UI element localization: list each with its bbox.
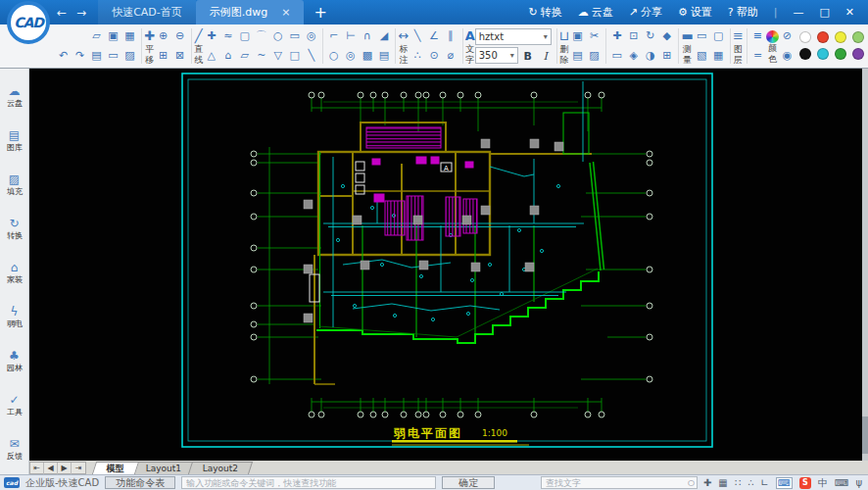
ime-panel-icon[interactable]: ⌨ xyxy=(776,477,793,489)
convert-button[interactable]: ↻ 转换 xyxy=(529,5,562,20)
array-icon[interactable]: ⊞ xyxy=(658,46,675,66)
circle-icon[interactable]: ○ xyxy=(269,26,286,46)
zoom-extents-icon[interactable]: ⊠ xyxy=(171,46,188,66)
text-tool[interactable]: A 文字 xyxy=(465,25,475,67)
osnap-icon[interactable]: ∴ xyxy=(747,477,753,488)
language-icon[interactable]: 中 xyxy=(818,476,828,490)
snap-icon[interactable]: ✚ xyxy=(703,477,711,488)
help-button[interactable]: ? 帮助 xyxy=(728,5,758,20)
sidebar-item-weak-current[interactable]: ϟ 弱电 xyxy=(0,295,29,339)
export-pdf-icon[interactable]: ▭ xyxy=(105,46,121,66)
forward-icon[interactable]: → xyxy=(76,6,86,20)
block-icon[interactable]: ◆ xyxy=(658,26,675,46)
dimension-tool[interactable]: ↔ 标注 xyxy=(399,25,410,67)
wipe-icon[interactable]: ▭ xyxy=(608,46,625,66)
cloud-button[interactable]: ☁ 云盘 xyxy=(578,5,613,20)
measure-table-icon[interactable]: ▦ xyxy=(710,46,727,66)
next-tab-icon[interactable]: ▶ xyxy=(58,463,72,474)
open-file-icon[interactable]: ▱ xyxy=(88,26,105,46)
paste-icon[interactable]: ▤ xyxy=(569,46,586,66)
swatch-green[interactable] xyxy=(835,48,846,60)
dim-aligned-icon[interactable]: ╲ xyxy=(410,26,426,46)
minimize-button[interactable]: — xyxy=(793,6,803,19)
swatch-white[interactable] xyxy=(799,31,811,43)
redo-icon[interactable]: ↷ xyxy=(72,46,88,66)
sogou-ime-icon[interactable]: S xyxy=(799,477,811,489)
swatch-purple[interactable] xyxy=(852,48,864,60)
app-logo[interactable]: CAD xyxy=(7,1,50,44)
grid-icon[interactable]: ▦ xyxy=(718,477,727,488)
pan-tool[interactable]: ✚ 平移 xyxy=(144,25,155,67)
ellipse-icon[interactable]: ◎ xyxy=(303,26,319,46)
swatch-yellow[interactable] xyxy=(835,31,846,43)
undo-icon[interactable]: ↶ xyxy=(55,46,72,66)
rounded-rect-icon[interactable]: ▢ xyxy=(236,26,253,46)
export-image-icon[interactable]: ▨ xyxy=(121,46,138,66)
italic-button[interactable]: I xyxy=(538,47,554,64)
last-tab-icon[interactable]: ⇥ xyxy=(72,463,85,474)
zoom-window-icon[interactable]: ⊞ xyxy=(155,46,171,66)
tab-layout1[interactable]: Layout1 xyxy=(131,462,197,474)
mirror-icon[interactable]: ◑ xyxy=(642,46,658,66)
save-as-icon[interactable]: ▦ xyxy=(121,26,138,46)
swatch-lightgreen[interactable] xyxy=(852,31,864,43)
sidebar-item-feedback[interactable]: ✉ 反馈 xyxy=(0,427,29,471)
zoom-in-icon[interactable]: ⊕ xyxy=(155,26,171,46)
parallelogram-icon[interactable]: ▱ xyxy=(236,46,253,66)
circle2-icon[interactable]: ○ xyxy=(325,46,342,66)
sidebar-item-fill[interactable]: ▨ 填充 xyxy=(0,163,29,207)
save-icon[interactable]: ▣ xyxy=(105,26,121,46)
trim-icon[interactable]: ⌐ xyxy=(325,26,342,46)
sidebar-item-garden[interactable]: ♣ 园林 xyxy=(0,339,29,383)
dot-grid-icon[interactable]: ∷ xyxy=(735,477,741,488)
tab-drawing[interactable]: 示例图.dwg × xyxy=(196,0,305,24)
hatch-icon[interactable]: ▩ xyxy=(359,46,375,66)
match-color-icon[interactable]: ◉ xyxy=(779,46,796,66)
settings-button[interactable]: ⚙ 设置 xyxy=(678,5,712,20)
back-icon[interactable]: ← xyxy=(57,6,67,20)
dim-diameter-icon[interactable]: ⌀ xyxy=(443,46,459,66)
scrollbar-thumb[interactable] xyxy=(862,416,868,454)
align-icon[interactable]: ◈ xyxy=(625,46,642,66)
scale-icon[interactable]: ⊡ xyxy=(625,26,642,46)
diagonal-line-icon[interactable]: ╲ xyxy=(303,46,319,66)
swatch-cyan[interactable] xyxy=(817,48,829,60)
trapezoid-icon[interactable]: ▽ xyxy=(269,46,286,66)
search-icon[interactable]: ○ xyxy=(686,478,697,487)
vertical-scrollbar[interactable] xyxy=(862,69,868,461)
delete-tool[interactable]: ⊔ 删除 xyxy=(559,25,569,67)
dim-point-icon[interactable]: ∴ xyxy=(410,46,426,66)
share-button[interactable]: ↗ 分享 xyxy=(629,5,662,20)
tab-close-icon[interactable]: × xyxy=(281,6,290,19)
region-icon[interactable]: ▤ xyxy=(375,46,392,66)
dim-center-icon[interactable]: ⊙ xyxy=(426,46,443,66)
move-icon[interactable]: ✚ xyxy=(608,26,625,46)
print-icon[interactable]: ▤ xyxy=(88,46,105,66)
dim-parallel-icon[interactable]: ∥ xyxy=(443,26,459,46)
measure-tool[interactable]: ▬ 测量 xyxy=(681,25,693,67)
extend-icon[interactable]: ⊢ xyxy=(342,26,359,46)
line-tool[interactable]: ╱ 直线 xyxy=(194,25,203,67)
bold-button[interactable]: B xyxy=(520,47,536,64)
tab-model[interactable]: 模型 xyxy=(92,462,139,474)
font-select[interactable]: hztxt ▾ xyxy=(475,28,552,45)
rotate-icon[interactable]: ↻ xyxy=(642,26,658,46)
swatch-black[interactable] xyxy=(799,48,811,60)
triangle-icon[interactable]: △ xyxy=(203,46,219,66)
sidebar-item-tools[interactable]: ✓ 工具 xyxy=(0,383,29,427)
measure-area-icon[interactable]: ▭ xyxy=(694,26,710,46)
new-tab-button[interactable]: + xyxy=(313,3,326,22)
linetype-icon[interactable]: ≡ xyxy=(749,26,766,46)
swatch-red[interactable] xyxy=(817,31,829,43)
measure-image-icon[interactable]: ▧ xyxy=(694,46,710,66)
sidebar-item-gallery[interactable]: ▤ 图库 xyxy=(0,119,29,163)
cut-icon[interactable]: ✂ xyxy=(586,26,603,46)
arc-icon[interactable]: ⌒ xyxy=(253,26,269,46)
pentagon-icon[interactable]: ⌂ xyxy=(219,46,236,66)
donut-icon[interactable]: ◎ xyxy=(342,46,359,66)
layers-tool[interactable]: ≡ 图层 xyxy=(733,25,744,67)
linetype2-icon[interactable]: ═ xyxy=(749,46,766,66)
copy-icon[interactable]: ▣ xyxy=(569,26,586,46)
find-text-input[interactable] xyxy=(542,478,686,488)
rect2-icon[interactable]: □ xyxy=(286,46,303,66)
